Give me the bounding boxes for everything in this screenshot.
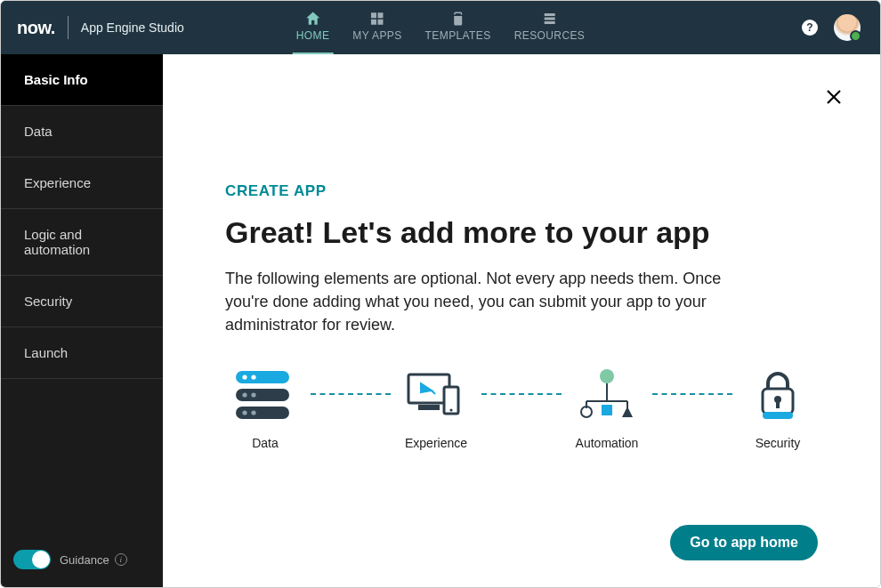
- nav-home-label: HOME: [296, 29, 330, 42]
- step-security: Security: [738, 366, 818, 450]
- sidebar-item-logic-automation[interactable]: Logic and automation: [1, 209, 163, 276]
- nav-resources-label: RESOURCES: [514, 29, 586, 42]
- main-panel: CREATE APP Great! Let's add more to your…: [163, 54, 880, 587]
- apps-icon: [368, 10, 386, 28]
- go-to-app-home-button[interactable]: Go to app home: [670, 525, 818, 560]
- sidebar-item-label: Security: [24, 294, 72, 309]
- nav-templates-label: TEMPLATES: [425, 29, 491, 42]
- sidebar-item-label: Experience: [24, 175, 91, 190]
- info-icon[interactable]: i: [115, 553, 127, 566]
- sidebar-item-label: Basic Info: [24, 72, 88, 87]
- sidebar-item-basic-info[interactable]: Basic Info: [1, 54, 163, 106]
- svg-rect-28: [763, 412, 793, 419]
- page-title: Great! Let's add more to your app: [225, 214, 818, 251]
- connector: [311, 393, 391, 395]
- avatar[interactable]: [834, 14, 861, 41]
- step-data: Data: [225, 366, 305, 450]
- home-icon: [304, 10, 322, 28]
- close-icon[interactable]: [823, 86, 845, 108]
- svg-point-8: [242, 392, 247, 397]
- step-automation: Automation: [567, 366, 647, 450]
- topbar: now. App Engine Studio HOME MY APPS: [1, 1, 880, 54]
- nav-myapps[interactable]: MY APPS: [349, 1, 405, 54]
- svg-rect-14: [418, 405, 440, 410]
- templates-icon: [449, 10, 467, 28]
- svg-point-6: [251, 375, 255, 379]
- svg-point-12: [251, 410, 255, 415]
- svg-rect-0: [371, 12, 376, 18]
- svg-rect-27: [776, 401, 780, 408]
- connector: [652, 393, 732, 395]
- svg-point-9: [251, 392, 255, 397]
- help-icon[interactable]: ?: [802, 20, 818, 36]
- steps-row: Data Experience: [225, 366, 818, 450]
- experience-icon: [405, 366, 467, 423]
- svg-rect-3: [378, 20, 384, 25]
- eyebrow: CREATE APP: [225, 182, 818, 200]
- nav-myapps-label: MY APPS: [352, 29, 401, 42]
- step-label: Data: [252, 436, 279, 450]
- svg-rect-1: [378, 12, 384, 18]
- svg-point-5: [242, 375, 247, 379]
- sidebar-item-label: Launch: [24, 345, 68, 360]
- page-description: The following elements are optional. Not…: [225, 267, 750, 336]
- svg-rect-2: [371, 20, 376, 25]
- step-experience: Experience: [396, 366, 476, 450]
- brand-logo: now.: [17, 18, 55, 38]
- automation-icon: [576, 366, 638, 423]
- brand-separator: [68, 16, 69, 39]
- svg-rect-24: [602, 405, 612, 415]
- nav-templates[interactable]: TEMPLATES: [422, 1, 495, 54]
- sidebar-item-data[interactable]: Data: [1, 106, 163, 157]
- top-nav: HOME MY APPS TEMPLATES RESOURCES: [293, 1, 589, 54]
- sidebar-footer: Guidance i: [1, 539, 163, 587]
- guidance-toggle[interactable]: [13, 550, 51, 569]
- nav-resources[interactable]: RESOURCES: [511, 1, 589, 54]
- guidance-label: Guidance i: [60, 553, 127, 567]
- svg-point-11: [242, 410, 247, 415]
- sidebar-item-label: Logic and automation: [24, 227, 90, 257]
- step-label: Automation: [576, 436, 639, 450]
- connector: [481, 393, 562, 395]
- step-label: Security: [756, 436, 801, 450]
- brand-subtitle: App Engine Studio: [81, 20, 184, 35]
- topbar-right: ?: [802, 14, 880, 41]
- nav-home[interactable]: HOME: [293, 1, 334, 54]
- sidebar-item-experience[interactable]: Experience: [1, 157, 163, 209]
- sidebar-item-label: Data: [24, 124, 53, 139]
- data-icon: [234, 366, 296, 423]
- svg-point-16: [449, 408, 452, 411]
- sidebar-item-launch[interactable]: Launch: [1, 327, 163, 379]
- step-label: Experience: [405, 436, 467, 450]
- brand-block: now. App Engine Studio: [1, 16, 184, 39]
- sidebar-item-security[interactable]: Security: [1, 276, 163, 327]
- sidebar: Basic Info Data Experience Logic and aut…: [1, 54, 163, 587]
- svg-point-17: [600, 369, 614, 383]
- main-footer: Go to app home: [225, 498, 818, 560]
- security-icon: [747, 366, 809, 423]
- resources-icon: [540, 10, 558, 28]
